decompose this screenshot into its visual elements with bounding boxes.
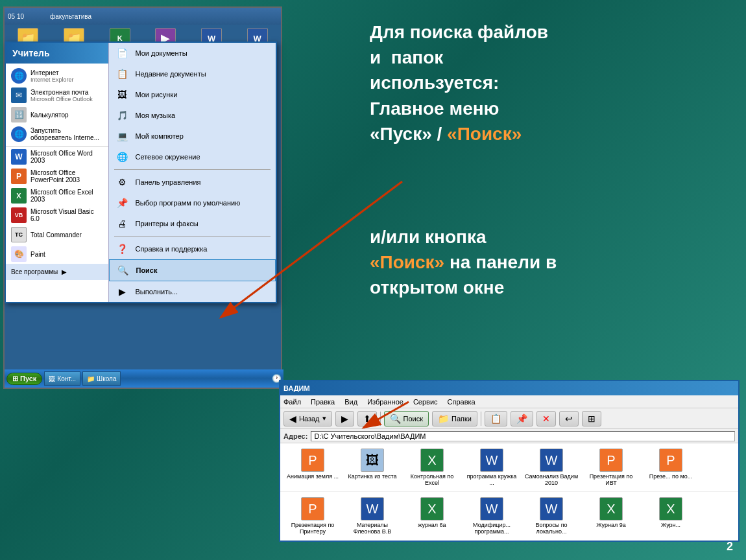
- undo-button[interactable]: ↩: [559, 411, 579, 426]
- file-zhurn[interactable]: X Журн...: [642, 495, 700, 537]
- ppt-icon-printer: P: [301, 497, 324, 520]
- explorer-menubar: Файл Правка Вид Избранное Сервис Справка: [280, 395, 738, 408]
- delete-button[interactable]: ✕: [536, 411, 556, 426]
- back-icon: ◀: [289, 414, 296, 424]
- paste-button[interactable]: 📌: [511, 411, 533, 426]
- copy-icon: 📋: [490, 414, 501, 424]
- start-item-excel[interactable]: X Microsoft Office Excel 2003: [6, 186, 108, 205]
- vb-app-icon: VB: [11, 207, 27, 223]
- file-zhurnal6a[interactable]: X журнал 6а: [403, 495, 461, 537]
- start-item-vb[interactable]: VB Microsoft Visual Basic 6.0: [6, 205, 108, 225]
- address-label: Адрес:: [283, 432, 307, 440]
- file-animaciya[interactable]: P Анимация земля ...: [283, 447, 342, 488]
- start-item-paint[interactable]: 🎨 Paint: [6, 244, 108, 264]
- explorer-titlebar: ВАДИМ: [280, 381, 738, 395]
- start-item-email[interactable]: ✉ Электронная почта Microsoft Office Out…: [6, 86, 108, 105]
- taskbar-icon-shkola: 📁: [87, 375, 95, 382]
- forward-button[interactable]: ▶: [335, 411, 354, 426]
- file-prezIVT[interactable]: P Презентация по ИВТ: [582, 447, 640, 488]
- mydocs-icon: 📄: [114, 45, 130, 61]
- menu-help[interactable]: Справка: [448, 398, 475, 406]
- mycomputer-icon: 💻: [114, 128, 130, 144]
- start-right-printers[interactable]: 🖨 Принтеры и факсы: [109, 213, 276, 234]
- windows-logo: ⊞: [12, 375, 18, 383]
- menu-favorites[interactable]: Избранное: [367, 398, 403, 406]
- start-item-tc[interactable]: TC Total Commander: [6, 225, 108, 244]
- file-kontrolnaya[interactable]: X Контрольная по Excel: [403, 447, 461, 488]
- start-right-controlpanel[interactable]: ⚙ Панель управления: [109, 172, 276, 192]
- calc-icon: 🔢: [11, 107, 27, 122]
- start-menu: Учитель 🌐 Интернет Internet Explorer ✉: [5, 41, 277, 303]
- start-right-mydocs[interactable]: 📄 Мои документы: [109, 43, 276, 64]
- delete-icon: ✕: [542, 414, 550, 424]
- browser-icon: 🌐: [11, 126, 27, 142]
- start-right-mypictures[interactable]: 🖼 Мои рисунки: [109, 84, 276, 105]
- view-button[interactable]: ⊞: [582, 411, 601, 426]
- start-item-browser[interactable]: 🌐 Запустить обозреватель Interne...: [6, 124, 108, 144]
- file-materialy[interactable]: W Материалы Флеонова В.В: [343, 495, 402, 537]
- start-menu-user: Учитель: [6, 43, 108, 64]
- taskbar-item-shkola[interactable]: 📁 Школа: [82, 371, 121, 386]
- taskbar-bottom: ⊞ Пуск 🖼 Конт... 📁 Школа 🕐: [5, 369, 283, 388]
- ppt-icon-preze: P: [659, 449, 682, 472]
- menu-view[interactable]: Вид: [344, 398, 357, 406]
- word-icon-modificir: W: [480, 497, 503, 520]
- start-right-network[interactable]: 🌐 Сетевое окружение: [109, 146, 276, 167]
- files-row-2: P Презентация по Принтеру W Материалы Фл…: [280, 492, 738, 541]
- all-programs-btn[interactable]: Все программы ▶: [6, 266, 108, 277]
- excel-app-icon: X: [11, 188, 27, 204]
- start-right-mymusic[interactable]: 🎵 Моя музыка: [109, 105, 276, 126]
- folders-button[interactable]: 📁 Папки: [432, 411, 477, 426]
- start-menu-apps: W Microsoft Office Word 2003 P Microsoft…: [6, 147, 108, 264]
- start-right-run[interactable]: ▶ Выполнить...: [109, 281, 276, 302]
- search-highlight1: «Поиск»: [447, 124, 522, 144]
- menu-edit[interactable]: Правка: [311, 398, 335, 406]
- start-item-internet[interactable]: 🌐 Интернет Internet Explorer: [6, 66, 108, 86]
- files-row-1: P Анимация земля ... 🖼 Картинка из теста…: [280, 443, 738, 492]
- mymusic-icon: 🎵: [114, 108, 130, 123]
- file-prezPrinter[interactable]: P Презентация по Принтеру: [283, 495, 342, 537]
- file-zhurnal9a[interactable]: X Журнал 9а: [582, 495, 640, 537]
- file-modificir[interactable]: W Модифицир... программа...: [463, 495, 521, 537]
- taskbar-item-kont[interactable]: 🖼 Конт...: [44, 371, 80, 386]
- printers-icon: 🖨: [114, 216, 130, 231]
- right-panel-text: Для поиска файлови папокиспользуется:Гла…: [370, 19, 733, 301]
- start-right-defaults[interactable]: 📌 Выбор программ по умолчанию: [109, 192, 276, 213]
- menu-service[interactable]: Сервис: [413, 398, 438, 406]
- start-right-recentdocs[interactable]: 📋 Недавние документы: [109, 64, 276, 84]
- paint-app-icon: 🎨: [11, 246, 27, 262]
- start-menu-footer: Все программы ▶: [6, 264, 108, 280]
- word-app-icon: W: [11, 149, 27, 165]
- start-right-search[interactable]: 🔍 Поиск: [109, 259, 276, 281]
- search-button[interactable]: 🔍 Поиск: [384, 411, 429, 426]
- xls-icon-9a: X: [599, 497, 623, 520]
- word-icon-samoanaliz: W: [540, 449, 563, 472]
- start-item-word[interactable]: W Microsoft Office Word 2003: [6, 147, 108, 167]
- start-right-help[interactable]: ❓ Справка и поддержка: [109, 239, 276, 259]
- start-menu-left: Учитель 🌐 Интернет Internet Explorer ✉: [6, 43, 108, 302]
- file-programma[interactable]: W программа кружка ...: [463, 447, 521, 488]
- run-icon: ▶: [114, 284, 130, 299]
- start-right-mycomputer[interactable]: 💻 Мой компютер: [109, 126, 276, 146]
- file-kartinka[interactable]: 🖼 Картинка из теста: [343, 447, 402, 488]
- start-button[interactable]: ⊞ Пуск: [6, 373, 42, 385]
- explorer-window: ВАДИМ Файл Правка Вид Избранное Сервис С…: [279, 380, 740, 542]
- desktop-screenshot: 05 10 факультатива 📁 Папка 📁 3 В K kav6.…: [3, 6, 282, 389]
- screenshot-top-bar: 05 10 факультатива: [5, 8, 281, 25]
- email-icon: ✉: [11, 88, 27, 103]
- word-icon-materialy: W: [361, 497, 384, 520]
- file-voprosy[interactable]: W Вопросы по локально...: [522, 495, 581, 537]
- menu-file[interactable]: Файл: [283, 398, 301, 406]
- back-button[interactable]: ◀ Назад ▾: [283, 411, 332, 426]
- file-preze[interactable]: P Презе... по мо...: [642, 447, 700, 488]
- forward-icon: ▶: [341, 414, 348, 424]
- ppt-icon: P: [301, 449, 324, 472]
- start-item-powerpoint[interactable]: P Microsoft Office PowerPoint 2003: [6, 167, 108, 186]
- copy-button[interactable]: 📋: [485, 411, 507, 426]
- controlpanel-icon: ⚙: [114, 174, 130, 190]
- address-path[interactable]: D:\С Учительского\Вадим\ВАДИМ: [311, 431, 735, 441]
- file-samoanaliz[interactable]: W Самоанализ Вадим 2010: [522, 447, 581, 488]
- up-button[interactable]: ⬆: [357, 411, 377, 426]
- explorer-content: P Анимация земля ... 🖼 Картинка из теста…: [280, 443, 738, 541]
- start-item-calc[interactable]: 🔢 Калькулятор: [6, 105, 108, 124]
